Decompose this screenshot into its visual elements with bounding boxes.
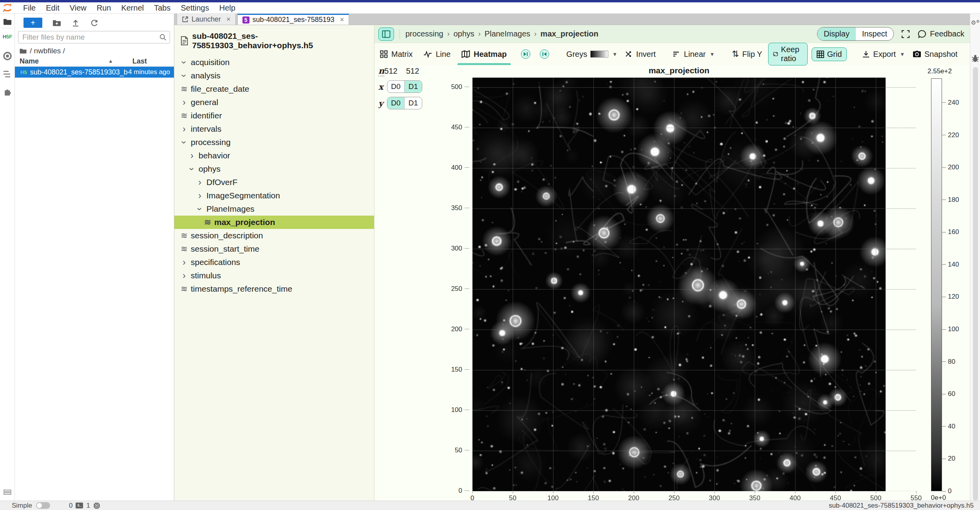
tree-item-intervals[interactable]: ›intervals	[174, 122, 374, 136]
tree-item-general[interactable]: ›general	[174, 96, 374, 109]
extension-manager-icon[interactable]	[3, 87, 12, 97]
file-row-name: sub-408021_ses-758519303_beha...	[30, 68, 128, 76]
simple-mode-label: Simple	[12, 502, 32, 510]
file-filter-input[interactable]	[18, 33, 159, 42]
breadcrumb-ophys[interactable]: ophys	[454, 29, 474, 38]
debugger-bug-icon[interactable]	[971, 54, 980, 62]
menu-file[interactable]: File	[18, 4, 41, 13]
close-icon[interactable]: ×	[226, 15, 231, 24]
running-sessions-icon[interactable]	[3, 51, 12, 61]
file-row[interactable]: H5 sub-408021_ses-758519303_beha... 4 mi…	[15, 67, 174, 78]
snapshot-button[interactable]: Snapshot	[909, 50, 962, 59]
h5-tree: ›acquisition›analysis≋file_create_date›g…	[174, 56, 374, 296]
chevron-right-icon: ›	[179, 272, 189, 280]
h5-file-title[interactable]: sub-408021_ses-758519303_behavior+ophys.…	[174, 25, 374, 54]
colorbar-tick-200: 200	[942, 163, 959, 171]
invert-colormap-button[interactable]: Invert	[621, 50, 660, 59]
tree-item-session_start_time[interactable]: ≋session_start_time	[174, 242, 374, 256]
menu-settings[interactable]: Settings	[175, 4, 214, 13]
breadcrumb-separator: ›	[447, 30, 450, 38]
tree-item-label: stimulus	[191, 271, 221, 280]
tab-launcher[interactable]: Launcher ×	[177, 14, 236, 25]
tree-item-processing[interactable]: ›processing	[174, 136, 374, 149]
export-menu[interactable]: Export ▼	[858, 50, 909, 59]
feedback-button[interactable]: Feedback	[917, 29, 964, 39]
open-tabs-icon[interactable]	[3, 488, 12, 497]
simple-mode-toggle[interactable]: Simple	[12, 502, 50, 510]
menu-help[interactable]: Help	[214, 4, 240, 13]
x-d0-button[interactable]: D0	[387, 81, 405, 93]
sidebar-toggle-button[interactable]	[378, 27, 394, 41]
dataset-icon: ≋	[179, 111, 189, 120]
breadcrumb-path[interactable]: / nwbfiles /	[30, 47, 65, 55]
tree-item-ImageSegmentation[interactable]: ›ImageSegmentation	[174, 189, 374, 202]
scrollbar[interactable]	[973, 67, 978, 501]
hdf5-browser-icon[interactable]: H5F	[3, 32, 12, 41]
vis-tab-matrix[interactable]: Matrix	[374, 43, 418, 65]
property-inspector-icon[interactable]: ⚙⚙	[971, 19, 980, 26]
file-filter[interactable]	[18, 31, 170, 44]
dim1-size: 512	[406, 67, 419, 75]
grid-button[interactable]: Grid	[812, 47, 847, 61]
tree-item-stimulus[interactable]: ›stimulus	[174, 269, 374, 282]
tree-item-DfOverF[interactable]: ›DfOverF	[174, 176, 374, 189]
menu-tabs[interactable]: Tabs	[149, 4, 175, 13]
tree-item-analysis[interactable]: ›analysis	[174, 69, 374, 82]
keep-ratio-button[interactable]: Keep ratio	[768, 43, 808, 65]
tree-item-acquisition[interactable]: ›acquisition	[174, 56, 374, 69]
file-browser-icon[interactable]	[3, 17, 12, 26]
tree-item-specifications[interactable]: ›specifications	[174, 256, 374, 269]
colormap-select[interactable]: Greys ▼	[562, 50, 621, 59]
inspect-button[interactable]: Inspect	[856, 27, 893, 40]
domain-min-handle[interactable]	[540, 49, 549, 59]
tab-h5-file[interactable]: 5 sub-408021_ses-7585193 ×	[237, 14, 349, 25]
close-icon[interactable]: ×	[340, 16, 344, 24]
y-d0-button[interactable]: D0	[387, 97, 405, 109]
x-d1-button[interactable]: D1	[405, 81, 422, 93]
menu-kernel[interactable]: Kernel	[116, 4, 149, 13]
sort-ascending-icon[interactable]: ▲	[108, 58, 113, 64]
menu-run[interactable]: Run	[92, 4, 116, 13]
line-chart-icon	[423, 50, 432, 58]
breadcrumb-PlaneImages[interactable]: PlaneImages	[485, 29, 530, 38]
table-of-contents-icon[interactable]	[3, 69, 12, 79]
new-folder-icon[interactable]	[52, 18, 61, 27]
chevron-right-icon: ›	[195, 178, 205, 186]
breadcrumb-max_projection[interactable]: max_projection	[541, 29, 598, 38]
panel-icon	[382, 30, 391, 38]
toggle-switch[interactable]	[36, 502, 50, 509]
tree-item-timestamps_reference_time[interactable]: ≋timestamps_reference_time	[174, 282, 374, 296]
sessions-indicator[interactable]: 0 $_ 1	[69, 502, 100, 510]
colorbar[interactable]	[931, 78, 942, 491]
heatmap-image[interactable]	[472, 78, 886, 491]
status-bar: Simple 0 $_ 1 sub-408021_ses-758519303_b…	[0, 501, 980, 510]
colorbar-tick-60: 60	[942, 390, 955, 398]
tree-item-PlaneImages[interactable]: ›PlaneImages	[174, 202, 374, 216]
breadcrumb[interactable]: / nwbfiles /	[20, 47, 65, 55]
breadcrumb-processing[interactable]: processing	[405, 29, 443, 38]
tree-item-max_projection[interactable]: ≋max_projection	[174, 216, 374, 229]
viewer-actions: Display Inspect Feedback	[817, 27, 964, 41]
tree-item-behavior[interactable]: ›behavior	[174, 149, 374, 162]
domain-max-handle[interactable]	[521, 49, 530, 59]
menu-view[interactable]: View	[65, 4, 92, 13]
tree-item-session_description[interactable]: ≋session_description	[174, 229, 374, 242]
menu-edit[interactable]: Edit	[41, 4, 64, 13]
hdf5-tab-icon: 5	[242, 16, 250, 24]
refresh-icon[interactable]	[90, 18, 99, 27]
y-d1-button[interactable]: D1	[405, 97, 422, 109]
new-launcher-button[interactable]: +	[24, 18, 42, 28]
fullscreen-icon[interactable]	[901, 29, 910, 39]
display-button[interactable]: Display	[817, 27, 856, 40]
heatmap-plot-area[interactable]	[472, 78, 916, 491]
tree-item-identifier[interactable]: ≋identifier	[174, 109, 374, 122]
tree-item-ophys[interactable]: ›ophys	[174, 162, 374, 176]
upload-icon[interactable]	[71, 18, 80, 27]
y-tick-350: 350	[421, 204, 469, 212]
column-name[interactable]: Name	[20, 57, 39, 65]
scale-select[interactable]: Linear ▼	[669, 50, 718, 59]
tree-item-file_create_date[interactable]: ≋file_create_date	[174, 82, 374, 96]
flip-y-button[interactable]: ⇅ Flip Y	[728, 49, 766, 59]
vis-tab-line[interactable]: Line	[418, 43, 456, 65]
vis-tab-heatmap[interactable]: Heatmap	[456, 43, 512, 65]
